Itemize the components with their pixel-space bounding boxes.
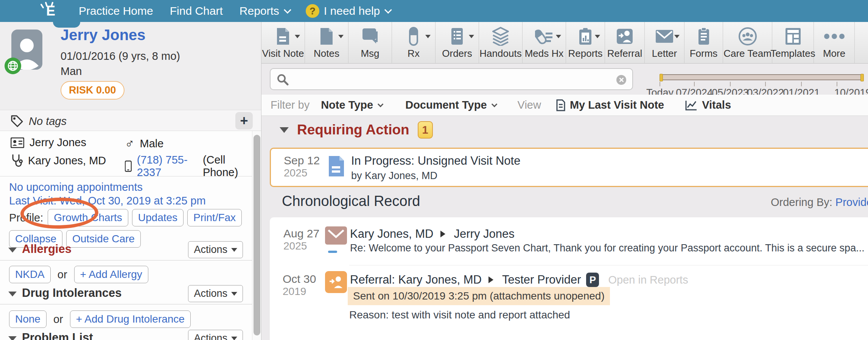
my-last-visit-note-toggle[interactable]: My Last Visit Note — [556, 99, 664, 111]
timeline-right-handle[interactable] — [860, 74, 864, 81]
nkda-button[interactable]: NKDA — [9, 266, 51, 283]
growth-charts-button[interactable]: Growth Charts — [48, 209, 128, 226]
report-chart-icon — [579, 26, 592, 47]
letter-button[interactable]: Letter — [645, 22, 684, 64]
collapse-arrow-icon[interactable] — [280, 127, 289, 137]
entry-title[interactable]: Kary Jones, MD Jerry Jones — [350, 227, 515, 241]
provider-portal-badge: P — [586, 273, 599, 287]
arrow-right-icon — [440, 231, 449, 237]
scrollbar-thumb[interactable] — [254, 135, 260, 335]
entry-title[interactable]: Referral: Kary Jones, MD Tester Provider… — [350, 273, 688, 287]
chevron-down-icon — [284, 6, 291, 14]
handouts-button[interactable]: Handouts — [479, 22, 523, 64]
handouts-stack-icon — [492, 26, 510, 47]
toolbar-spacer — [855, 22, 868, 64]
drug-intolerances-title: Drug Intolerances — [22, 286, 122, 300]
timeline-tick — [801, 82, 802, 86]
entry-date: Oct 30 2019 — [283, 273, 316, 298]
record-content: Requiring Action 1 Sep 12 2025 In Progre… — [261, 116, 868, 340]
no-tags-label: No tags — [29, 115, 67, 128]
patient-sex: Man — [61, 65, 82, 78]
referral-person-icon — [616, 26, 633, 47]
ordering-by-value-link[interactable]: Provider Account — [835, 196, 868, 208]
chronological-record-title: Chronological Record — [282, 193, 420, 209]
referral-button[interactable]: Referral — [605, 22, 645, 64]
drug-intolerances-value-row: None or + Add Drug Intolerance — [9, 310, 191, 328]
sidebar-scrollbar[interactable] — [252, 131, 261, 340]
entry-title[interactable]: In Progress: Unsigned Visit Note — [351, 154, 520, 168]
drug-intolerances-actions-button[interactable]: Actions — [188, 285, 243, 302]
patient-name[interactable]: Jerry Jones — [61, 27, 146, 44]
orders-button[interactable]: Orders — [436, 22, 479, 64]
dropdown-caret-icon — [295, 35, 300, 41]
vitals-toggle[interactable]: Vitals — [685, 99, 731, 111]
updates-button[interactable]: Updates — [132, 209, 184, 226]
visit-note-icon — [276, 26, 290, 47]
allergies-actions-button[interactable]: Actions — [188, 241, 243, 258]
nav-reports-menu[interactable]: Reports — [240, 5, 289, 17]
cell-phone-icon — [125, 159, 132, 173]
nav-find-chart[interactable]: Find Chart — [170, 5, 223, 17]
chevron-down-icon — [231, 248, 237, 255]
collapse-arrow-icon[interactable] — [8, 248, 17, 257]
arrow-right-icon — [488, 276, 497, 283]
timeline-range-slider[interactable] — [660, 74, 864, 80]
reports-button[interactable]: Reports — [566, 22, 605, 64]
portal-globe-icon — [5, 58, 21, 74]
upcoming-appointments-link[interactable]: No upcoming appointments — [9, 181, 143, 193]
entry-date: Aug 27 2025 — [283, 227, 319, 252]
templates-button[interactable]: Templates — [772, 22, 814, 64]
problem-list-actions-button[interactable]: Actions — [188, 330, 243, 340]
problem-list-title: Problem List — [22, 331, 93, 340]
msg-button[interactable]: Msg — [348, 22, 392, 64]
meds-hx-button[interactable]: Meds Hx — [523, 22, 566, 64]
logo-letter: E — [46, 3, 55, 19]
ordering-by-control[interactable]: Ordering By: Provider Account — [771, 196, 868, 209]
none-button[interactable]: None — [9, 310, 47, 328]
document-icon — [556, 99, 565, 111]
referral-entry-icon — [325, 271, 347, 293]
last-visit-link[interactable]: Last Visit: Wed, Oct 30, 2019 at 3:25 pm — [9, 195, 206, 207]
clipboard-icon — [698, 26, 710, 47]
care-team-button[interactable]: Care Team — [723, 22, 772, 64]
more-dots-icon — [824, 26, 845, 47]
add-allergy-button[interactable]: + Add Allergy — [74, 266, 148, 283]
chevron-down-icon — [384, 6, 392, 14]
rx-button[interactable]: Rx — [392, 22, 436, 64]
phone-type-label: (Cell Phone) — [203, 154, 252, 179]
visit-note-doc-icon — [328, 155, 345, 178]
sent-status-highlight: Sent on 10/30/2019 3:25 pm (attachments … — [348, 287, 610, 305]
entry-date: Sep 12 2025 — [284, 154, 320, 179]
collapse-arrow-icon[interactable] — [8, 292, 17, 301]
history-timeline: Today 07/2024 05/2023 03/2022 01/2021 10… — [660, 70, 868, 95]
entry-divider — [349, 265, 868, 265]
visit-note-button[interactable]: Visit Note — [261, 22, 305, 64]
add-tag-button[interactable]: + — [235, 112, 253, 129]
collapse-arrow-icon[interactable] — [8, 336, 17, 340]
chart-search-input[interactable] — [295, 70, 613, 88]
add-drug-intolerance-button[interactable]: + Add Drug Intolerance — [70, 310, 191, 328]
open-in-reports-link[interactable]: Open in Reports — [608, 274, 688, 286]
chart-toolbar: Visit Note Notes Msg Rx Orders — [261, 22, 868, 64]
sidebar-scroll-area: Jerry Jones ♂ Male Kary Jones, MD (718) … — [0, 131, 252, 340]
print-fax-button[interactable]: Print/Fax — [187, 209, 242, 226]
phone-number-link[interactable]: (718) 755-2337 — [137, 154, 198, 179]
notes-button[interactable]: Notes — [305, 22, 348, 64]
document-type-dropdown[interactable]: Document Type — [405, 99, 495, 111]
search-row: Today 07/2024 05/2023 03/2022 01/2021 10… — [261, 64, 868, 95]
search-box — [270, 68, 633, 90]
logo-tab-notch — [53, 22, 80, 28]
nav-help-menu[interactable]: ? I need help — [306, 4, 390, 18]
requiring-action-count-badge: 1 — [418, 121, 433, 139]
timeline-left-handle[interactable] — [660, 74, 663, 81]
risk-score-badge[interactable]: RISK 0.00 — [61, 81, 124, 100]
note-type-dropdown[interactable]: Note Type — [321, 99, 382, 111]
app-logo[interactable]: E — [39, 0, 62, 22]
allergies-title: Allergies — [22, 242, 72, 256]
forms-button[interactable]: Forms — [684, 22, 723, 64]
unsigned-note-card[interactable]: Sep 12 2025 In Progress: Unsigned Visit … — [270, 148, 868, 187]
clear-search-icon[interactable] — [616, 75, 626, 85]
more-button[interactable]: More — [814, 22, 855, 64]
timeline-tick — [837, 82, 837, 86]
nav-practice-home[interactable]: Practice Home — [79, 5, 153, 17]
